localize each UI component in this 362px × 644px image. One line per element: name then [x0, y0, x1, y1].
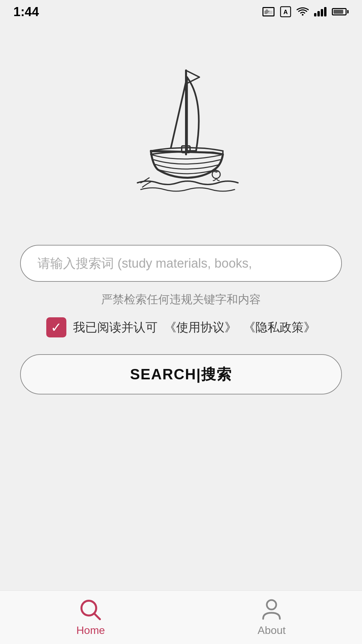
search-input-container[interactable]: [20, 245, 342, 282]
nav-item-home[interactable]: Home: [76, 598, 105, 637]
wifi-icon: [297, 7, 309, 17]
home-label: Home: [76, 624, 105, 637]
privacy-link[interactable]: 《隐私政策》: [243, 319, 316, 336]
translate-icon: A: [280, 6, 291, 17]
status-bar: 1:44 A: [0, 0, 362, 23]
boat-illustration: [94, 44, 268, 218]
agreement-link[interactable]: 《使用协议》: [164, 319, 237, 336]
nav-item-about[interactable]: About: [258, 598, 286, 637]
checkbox-label: 我已阅读并认可: [73, 319, 158, 336]
status-icons: A: [262, 6, 349, 17]
svg-line-7: [94, 613, 100, 619]
bottom-nav: Home About: [0, 590, 362, 644]
status-time: 1:44: [13, 5, 39, 19]
svg-line-3: [171, 77, 187, 148]
svg-text:A: A: [284, 9, 288, 15]
svg-point-8: [267, 600, 276, 609]
home-search-icon: [79, 598, 102, 622]
about-icon: [260, 598, 283, 622]
checkbox-row[interactable]: ✓ 我已阅读并认可 《使用协议》 《隐私政策》: [46, 317, 316, 337]
search-input[interactable]: [20, 245, 342, 282]
warning-text: 严禁检索任何违规关键字和内容: [101, 292, 261, 307]
search-button[interactable]: SEARCH|搜索: [20, 354, 342, 394]
boat-svg: [101, 50, 261, 211]
signal-bars-icon: [314, 7, 326, 16]
image-icon: [262, 7, 275, 16]
about-label: About: [258, 624, 286, 637]
battery-icon: [332, 8, 349, 15]
agreement-checkbox[interactable]: ✓: [46, 317, 66, 337]
main-content: 严禁检索任何违规关键字和内容 ✓ 我已阅读并认可 《使用协议》 《隐私政策》 S…: [0, 23, 362, 394]
checkmark-icon: ✓: [51, 321, 62, 334]
